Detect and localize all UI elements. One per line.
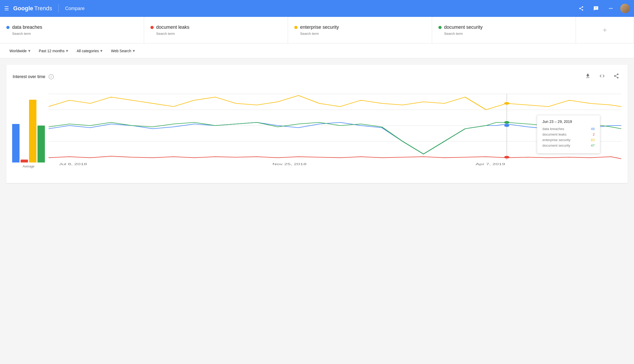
bar-document-leaks: [21, 160, 28, 162]
category-chevron-icon: ▾: [100, 48, 102, 53]
chart-title-group: Interest over time i: [13, 74, 54, 79]
tooltip-row-data-breaches: data breaches 48: [542, 127, 595, 131]
tooltip-dot-document-security: [504, 121, 509, 124]
search-term-data-breaches[interactable]: data breaches Search term: [0, 17, 144, 43]
tooltip-row-document-leaks: document leaks 2: [542, 132, 595, 136]
bar-enterprise-security: [29, 100, 36, 162]
term-label-enterprise-security: Search term: [294, 32, 425, 36]
user-avatar[interactable]: [620, 4, 630, 13]
menu-icon[interactable]: ☰: [4, 5, 9, 12]
feedback-icon[interactable]: [591, 3, 601, 14]
chart-actions: [583, 71, 621, 82]
tooltip-row-document-security: document security 47: [542, 143, 595, 147]
time-filter[interactable]: Past 12 months ▾: [36, 46, 71, 55]
term-label-document-leaks: Search term: [150, 32, 282, 36]
dot-data-breaches: [6, 26, 10, 29]
dot-document-security: [438, 26, 442, 29]
google-wordmark: Google: [13, 5, 33, 12]
location-chevron-icon: ▾: [28, 48, 30, 53]
term-label-data-breaches: Search term: [6, 32, 138, 36]
search-type-filter[interactable]: Web Search ▾: [108, 46, 138, 55]
main-content: Interest over time i: [0, 58, 634, 364]
dot-document-leaks: [150, 26, 154, 29]
tooltip-term-enterprise-security: enterprise security: [542, 138, 570, 142]
tooltip-value-data-breaches: 48: [591, 127, 595, 131]
term-name-data-breaches: data breaches: [12, 25, 42, 30]
svg-text:Nov 25, 2018: Nov 25, 2018: [272, 162, 306, 166]
filter-bar: Worldwide ▾ Past 12 months ▾ All categor…: [0, 44, 634, 58]
svg-text:Jul 8, 2018: Jul 8, 2018: [59, 162, 87, 166]
tooltip-row-enterprise-security: enterprise security 83: [542, 138, 595, 142]
search-term-enterprise-security[interactable]: enterprise security Search term: [288, 17, 432, 43]
tooltip-value-enterprise-security: 83: [591, 138, 595, 142]
chart-area: Average 100 75 50 25: [13, 89, 621, 177]
embed-button[interactable]: [597, 71, 607, 82]
bar-data-breaches: [12, 124, 20, 162]
download-button[interactable]: [583, 71, 593, 82]
chart-svg-container: 100 75 50 25 Jul 8, 2018 Nov 25, 2018: [49, 89, 621, 177]
tooltip-term-document-leaks: document leaks: [542, 132, 566, 136]
compare-label: Compare: [65, 6, 84, 11]
search-type-label: Web Search: [111, 49, 131, 53]
tooltip-date: Jun 23 – 29, 2019: [542, 119, 595, 124]
time-chevron-icon: ▾: [66, 48, 68, 53]
tooltip-dot-enterprise-security: [504, 102, 509, 105]
chart-header: Interest over time i: [13, 71, 621, 82]
apps-icon[interactable]: [605, 3, 616, 14]
category-filter[interactable]: All categories ▾: [73, 46, 106, 55]
average-bars: Average: [13, 89, 44, 177]
bar-document-security: [37, 126, 45, 162]
header: ☰ Google Trends Compare: [0, 0, 634, 17]
dot-enterprise-security: [294, 26, 297, 29]
header-divider: [58, 4, 59, 13]
tooltip-term-data-breaches: data breaches: [542, 127, 564, 131]
tooltip-dot-data-breaches: [504, 124, 509, 127]
header-icons: [576, 3, 630, 14]
svg-text:Apr 7, 2019: Apr 7, 2019: [476, 162, 505, 166]
trends-wordmark: Trends: [34, 5, 52, 12]
time-label: Past 12 months: [39, 49, 64, 53]
average-label: Average: [23, 165, 34, 168]
interest-over-time-card: Interest over time i: [6, 65, 628, 183]
chart-tooltip: Jun 23 – 29, 2019 data breaches 48 docum…: [537, 115, 600, 154]
tooltip-term-document-security: document security: [542, 143, 570, 147]
share-chart-button[interactable]: [611, 71, 621, 82]
location-label: Worldwide: [10, 49, 27, 53]
help-icon[interactable]: i: [49, 74, 54, 79]
bars-group: [12, 89, 45, 162]
term-name-document-leaks: document leaks: [156, 25, 190, 30]
line-chart-svg: 100 75 50 25 Jul 8, 2018 Nov 25, 2018: [49, 89, 621, 173]
add-term-button[interactable]: +: [576, 17, 634, 43]
search-term-document-leaks[interactable]: document leaks Search term: [144, 17, 288, 43]
location-filter[interactable]: Worldwide ▾: [6, 46, 34, 55]
category-label: All categories: [77, 49, 99, 53]
search-term-document-security[interactable]: document security Search term: [432, 17, 576, 43]
search-type-chevron-icon: ▾: [133, 48, 135, 53]
term-name-document-security: document security: [444, 25, 483, 30]
search-terms-bar: data breaches Search term document leaks…: [0, 17, 634, 44]
term-label-document-security: Search term: [438, 32, 570, 36]
header-logo: Google Trends: [13, 5, 52, 12]
share-icon[interactable]: [576, 3, 586, 14]
tooltip-value-document-security: 47: [591, 143, 595, 147]
term-name-enterprise-security: enterprise security: [300, 25, 339, 30]
tooltip-value-document-leaks: 2: [593, 132, 595, 136]
chart-title: Interest over time: [13, 74, 45, 79]
tooltip-dot-document-leaks: [504, 156, 509, 159]
